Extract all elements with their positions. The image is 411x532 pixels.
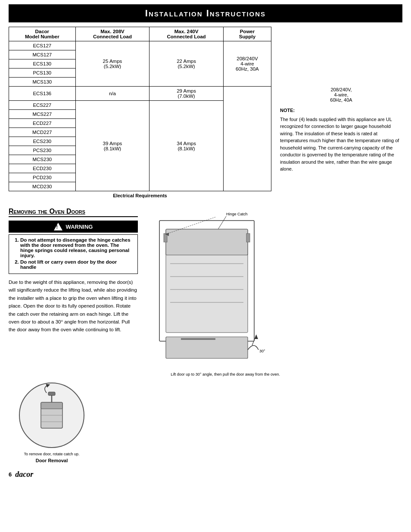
angle-label: 30° bbox=[259, 349, 265, 353]
warning-list: Do not attempt to disengage the hinge ca… bbox=[20, 237, 133, 270]
section-right: Hinge Catch bbox=[138, 208, 402, 376]
diagram-caption: Door Removal bbox=[9, 458, 95, 463]
electrical-requirements-table: DacorModel Number Max. 208VConnected Loa… bbox=[9, 27, 271, 191]
load-240-cell: 29 Amps(7.0kW) bbox=[149, 87, 224, 101]
warning-header: WARNING bbox=[9, 221, 138, 233]
warning-content: Do not attempt to disengage the hinge ca… bbox=[9, 234, 138, 274]
col-header-power: PowerSupply bbox=[223, 27, 271, 41]
note-text: The four (4) leads supplied with this ap… bbox=[280, 116, 402, 173]
model-cell: PCS230 bbox=[9, 146, 76, 155]
note-label: NOTE: bbox=[280, 107, 402, 114]
table-caption: Electrical Requirements bbox=[9, 193, 271, 198]
table-row: ECS127 25 Amps(5.2kW) 22 Amps(5.2kW) 208… bbox=[9, 41, 271, 50]
col-header-model: DacorModel Number bbox=[9, 27, 76, 41]
model-cell: MCS230 bbox=[9, 155, 76, 164]
removing-doors-section: Removing the Oven Doors WARNING Do not a… bbox=[9, 208, 402, 463]
oven-diagram-svg: Hinge Catch bbox=[146, 208, 280, 371]
model-cell: MCD227 bbox=[9, 128, 76, 137]
warning-item-1: Do not attempt to disengage the hinge ca… bbox=[20, 237, 133, 258]
page-title: Installation Instructions bbox=[9, 4, 402, 22]
svg-rect-12 bbox=[166, 337, 248, 358]
dacor-logo: dacor bbox=[15, 470, 33, 479]
load-240-cell: 22 Amps(5.2kW) bbox=[149, 41, 224, 87]
power-supply-group2-label: 208/240V,4-wire,60Hz, 40A bbox=[330, 87, 352, 103]
svg-rect-20 bbox=[48, 392, 55, 395]
load-208-cell: 25 Amps(5.2kW) bbox=[75, 41, 149, 87]
note-box: NOTE: The four (4) leads supplied with t… bbox=[280, 107, 402, 173]
model-cell: PCS130 bbox=[9, 68, 76, 78]
warning-triangle-icon bbox=[54, 223, 62, 230]
main-content: DacorModel Number Max. 208VConnected Loa… bbox=[9, 27, 402, 203]
model-cell: ECS127 bbox=[9, 41, 76, 50]
svg-rect-3 bbox=[166, 229, 248, 255]
model-cell: ECS130 bbox=[9, 59, 76, 68]
page-number: 6 bbox=[9, 471, 12, 478]
door-removal-body: Due to the weight of this appliance, rem… bbox=[9, 278, 138, 334]
model-cell: MCS227 bbox=[9, 110, 76, 119]
warning-item-2: Do not lift or carry oven door by the do… bbox=[20, 259, 133, 270]
full-bottom: Removing the Oven Doors WARNING Do not a… bbox=[9, 208, 402, 376]
catch-up-label: To remove door, rotate catch up. bbox=[9, 452, 95, 456]
section-left: Removing the Oven Doors WARNING Do not a… bbox=[9, 208, 138, 376]
model-cell: ECS227 bbox=[9, 101, 76, 110]
warning-label: WARNING bbox=[66, 224, 93, 230]
load-208-cell2: 39 Amps(8.1kW) bbox=[75, 101, 149, 191]
col-header-208v: Max. 208VConnected Load bbox=[75, 27, 149, 41]
power-cell-empty bbox=[223, 87, 271, 191]
left-column: DacorModel Number Max. 208VConnected Loa… bbox=[9, 27, 271, 203]
load-208-na: n/a bbox=[75, 87, 149, 101]
lift-label: Lift door up to 30° angle, then pull the… bbox=[146, 372, 280, 376]
page-footer: 6 dacor bbox=[9, 470, 402, 479]
model-cell: MCD230 bbox=[9, 182, 76, 191]
door-detail-svg bbox=[17, 381, 86, 450]
col-header-240v: Max. 240VConnected Load bbox=[149, 27, 224, 41]
model-cell: MCS127 bbox=[9, 50, 76, 59]
right-column: 208/240V,4-wire,60Hz, 40A NOTE: The four… bbox=[280, 27, 402, 203]
svg-marker-15 bbox=[255, 335, 258, 339]
svg-rect-18 bbox=[41, 402, 62, 409]
table-row: ECS136 n/a 29 Amps(7.0kW) bbox=[9, 87, 271, 101]
model-cell: PCD230 bbox=[9, 173, 76, 182]
svg-rect-9 bbox=[246, 233, 250, 242]
model-cell: ECD227 bbox=[9, 119, 76, 128]
model-cell: ECS136 bbox=[9, 87, 76, 101]
model-cell: ECD230 bbox=[9, 164, 76, 173]
hinge-catch-label: Hinge Catch bbox=[226, 212, 248, 216]
model-cell: ECS230 bbox=[9, 137, 76, 146]
power-cell: 208/240V4-wire60Hz, 30A bbox=[223, 41, 271, 87]
model-cell: MCS130 bbox=[9, 78, 76, 87]
section-title: Removing the Oven Doors bbox=[9, 208, 138, 217]
load-240-cell2: 34 Amps(8.1kW) bbox=[149, 101, 224, 191]
